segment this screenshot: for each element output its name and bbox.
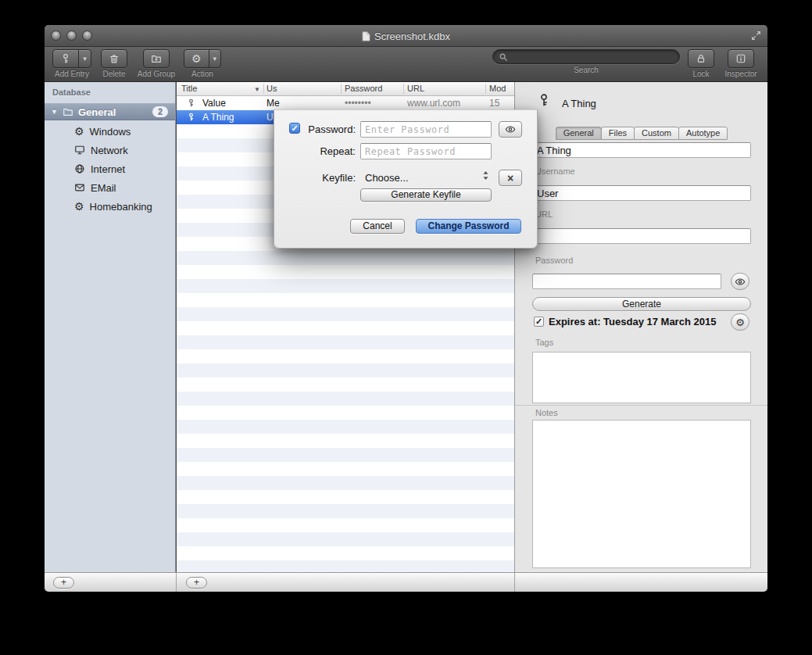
add-entry-dropdown-arrow[interactable]: ▾ (78, 50, 91, 67)
key-icon (187, 98, 195, 107)
search-field[interactable] (492, 49, 680, 64)
add-group-button[interactable] (143, 49, 170, 68)
sidebar-item-label: EMail (91, 182, 116, 194)
popup-stepper-icon[interactable] (482, 170, 489, 181)
list-stripe (177, 363, 514, 378)
window-title: Screenshot.kdbx (45, 25, 767, 47)
delete-label: Delete (98, 70, 130, 78)
tab-general[interactable]: General (556, 127, 602, 140)
sidebar-item-internet[interactable]: Internet (45, 159, 175, 178)
column-header-title[interactable]: Title (181, 84, 197, 93)
password-field[interactable] (532, 274, 721, 289)
add-group-footer-button[interactable]: + (53, 577, 74, 589)
list-stripe (177, 448, 514, 462)
list-stripe (177, 279, 514, 293)
cancel-button[interactable]: Cancel (350, 219, 405, 234)
column-header-us[interactable]: Us (266, 84, 277, 93)
clear-keyfile-button[interactable]: × (499, 170, 522, 186)
list-stripe (177, 462, 514, 476)
expires-checkbox[interactable]: ✓ (534, 317, 544, 327)
dialog-repeat-label: Repeat: (293, 145, 356, 157)
sidebar-item-homebanking[interactable]: ⚙Homebanking (45, 197, 175, 216)
lock-icon (689, 50, 714, 67)
envelope-icon (74, 182, 85, 193)
generate-password-button[interactable]: Generate (532, 297, 751, 311)
footer-divider (514, 573, 515, 592)
expires-settings-button[interactable]: ⚙ (731, 313, 749, 331)
username-label: Username (535, 166, 575, 176)
disclosure-triangle-icon[interactable]: ▼ (51, 108, 58, 116)
lock-item: Lock (688, 49, 714, 78)
sidebar-item-windows[interactable]: ⚙Windows (45, 122, 175, 141)
sidebar-item-label: Homebanking (90, 201, 152, 213)
tab-files[interactable]: Files (601, 127, 635, 140)
column-divider[interactable] (485, 84, 486, 94)
generate-keyfile-button[interactable]: Generate Keyfile (360, 188, 492, 202)
tags-input[interactable] (532, 352, 751, 403)
add-entry-footer-button[interactable]: + (186, 577, 207, 589)
fullscreen-icon[interactable] (751, 30, 761, 41)
action-button[interactable]: ⚙ ▾ (184, 49, 221, 68)
entry-password-cell: •••••••• (345, 98, 371, 109)
list-stripe (177, 378, 514, 392)
sidebar-item-label: Network (91, 145, 128, 156)
keyfile-popup[interactable]: Choose... (365, 172, 409, 184)
inspector-button[interactable] (728, 49, 754, 68)
add-group-item: Add Group (131, 49, 182, 78)
column-header-mod[interactable]: Mod (489, 84, 506, 93)
sidebar: Database ▼ General 2 ⚙WindowsNetworkInte… (45, 82, 176, 572)
inspector-divider (515, 405, 767, 406)
list-stripe (177, 504, 514, 518)
dialog-reveal-button[interactable] (499, 121, 522, 138)
reveal-password-button[interactable] (731, 273, 749, 290)
tab-custom[interactable]: Custom (634, 127, 679, 140)
column-divider[interactable] (403, 84, 404, 94)
username-field[interactable] (532, 185, 751, 201)
entry-key-icon (537, 93, 551, 107)
tags-label: Tags (535, 338, 553, 347)
list-stripe (177, 476, 514, 490)
screenshot-canvas: Screenshot.kdbx ▾ Add Entry Delete (0, 0, 812, 655)
add-group-label: Add Group (131, 70, 182, 78)
sidebar-group-general[interactable]: ▼ General 2 (45, 103, 175, 120)
display-icon (74, 145, 85, 156)
inspector-item: Inspector (721, 49, 761, 78)
entry-list-header[interactable]: TitleUsPasswordURLMod▼ (177, 82, 514, 96)
sidebar-item-email[interactable]: EMail (45, 178, 175, 197)
sidebar-header: Database (52, 88, 91, 97)
gear-icon: ⚙ (74, 201, 84, 212)
notes-input[interactable] (532, 420, 751, 568)
column-header-password[interactable]: Password (345, 84, 382, 93)
column-divider[interactable] (341, 84, 342, 94)
titlebar[interactable]: Screenshot.kdbx (45, 25, 767, 47)
add-entry-button[interactable]: ▾ (52, 49, 91, 68)
title-field[interactable] (532, 142, 751, 158)
delete-button[interactable] (101, 49, 127, 68)
sort-indicator-icon[interactable]: ▼ (254, 86, 260, 93)
list-stripe (177, 307, 514, 321)
inspector-tabs: GeneralFilesCustomAutotype (515, 127, 767, 141)
trash-icon (102, 50, 127, 67)
lock-button[interactable] (688, 49, 714, 68)
column-divider[interactable] (263, 84, 264, 94)
dialog-repeat-input[interactable] (360, 143, 492, 159)
dialog-keyfile-label: Keyfile: (293, 172, 356, 184)
sidebar-item-network[interactable]: Network (45, 141, 175, 159)
gear-icon: ⚙ (184, 50, 209, 67)
gear-icon: ⚙ (735, 317, 745, 328)
dialog-password-input[interactable] (360, 121, 492, 138)
action-dropdown-arrow[interactable]: ▾ (209, 50, 221, 67)
list-stripe (177, 392, 514, 406)
list-stripe (177, 490, 514, 504)
tab-autotype[interactable]: Autotype (678, 127, 728, 140)
close-x-icon: × (507, 173, 513, 184)
app-window: Screenshot.kdbx ▾ Add Entry Delete (45, 25, 767, 592)
column-header-url[interactable]: URL (407, 84, 424, 93)
url-field[interactable] (532, 228, 751, 244)
entry-row[interactable]: ValueMe••••••••www.url.com15 (177, 96, 514, 110)
search-input[interactable] (511, 52, 674, 63)
action-item: ⚙ ▾ Action (182, 49, 223, 78)
change-password-button[interactable]: Change Password (416, 219, 521, 234)
add-entry-item: ▾ Add Entry (49, 49, 95, 78)
search-icon (499, 52, 508, 62)
